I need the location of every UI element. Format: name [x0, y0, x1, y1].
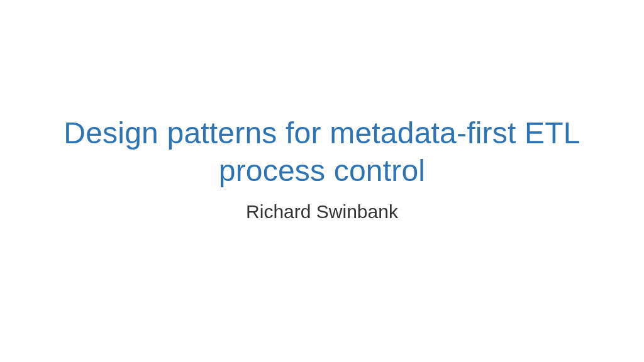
- slide-author: Richard Swinbank: [38, 201, 606, 222]
- slide-title: Design patterns for metadata-first ETL p…: [38, 114, 606, 190]
- slide-content: Design patterns for metadata-first ETL p…: [0, 114, 644, 222]
